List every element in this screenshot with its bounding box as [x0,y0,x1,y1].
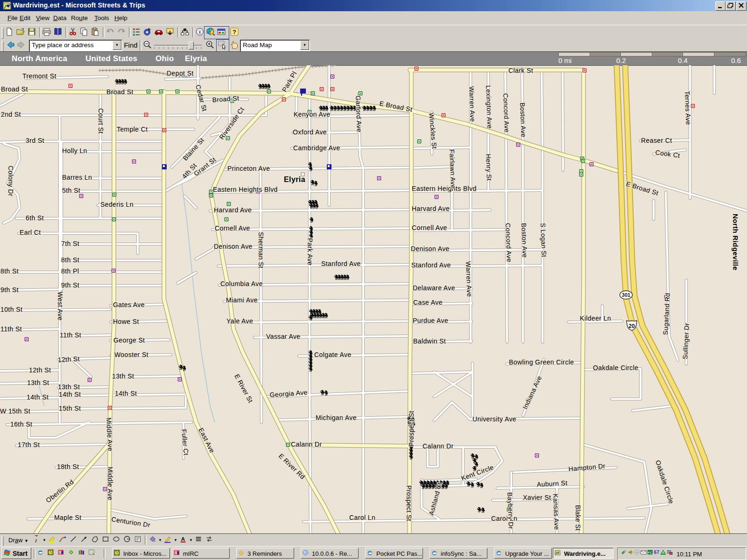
svg-text:?: ? [233,28,236,35]
svg-text:17th St: 17th St [18,441,40,448]
svg-text:Stanford Ave: Stanford Ave [321,260,361,267]
svg-text:Temple Ct: Temple Ct [117,126,148,133]
svg-text:Henry St: Henry St [485,154,493,181]
svg-text:i: i [199,29,200,35]
svg-text:Cornell Ave: Cornell Ave [215,224,250,232]
svg-text:14th St: 14th St [59,391,81,398]
svg-text:Kenyon Ave: Kenyon Ave [294,111,330,118]
svg-text:301: 301 [622,292,630,298]
svg-text:Calann Dr: Calann Dr [291,441,322,448]
svg-text:Kansas Ave: Kansas Ave [552,494,561,530]
svg-text:Maple St: Maple St [54,514,81,521]
svg-text:Vassar Ave: Vassar Ave [266,333,301,340]
svg-text:2nd St: 2nd St [1,111,21,118]
svg-text:6th St: 6th St [26,214,44,222]
svg-text:Depot St: Depot St [167,70,194,77]
svg-text:Denison Ave: Denison Ave [411,245,450,252]
svg-text:67: 67 [654,550,660,555]
svg-text:12th St: 12th St [57,355,80,364]
svg-text:Harvard Ave: Harvard Ave [412,205,450,212]
svg-text:14th St: 14th St [115,390,137,397]
svg-text:Princeton Ave: Princeton Ave [227,165,270,172]
svg-text:8th Pl: 8th Pl [61,267,79,275]
svg-text:Oakdale Circle: Oakdale Circle [593,364,638,371]
svg-text:Wooster St: Wooster St [114,351,148,358]
svg-text:Blake St: Blake St [574,505,582,531]
svg-text:Prospect St: Prospect St [405,485,413,521]
svg-text:10th St: 10th St [0,306,22,313]
svg-text:Delaware Ave: Delaware Ave [413,284,455,292]
svg-text:7th St: 7th St [61,240,79,247]
svg-text:Clark St: Clark St [508,67,533,74]
svg-text:Broad St: Broad St [1,85,28,93]
svg-text:Ternes Ave: Ternes Ave [684,91,692,126]
svg-text:3rd St: 3rd St [26,137,44,144]
svg-text:Reaser Ct: Reaser Ct [641,137,672,144]
svg-text:George St: George St [113,336,145,344]
svg-text:Boston Ave: Boston Ave [519,103,528,138]
svg-text:Stanford Ave: Stanford Ave [411,261,451,269]
svg-text:Carol Ln: Carol Ln [349,514,375,521]
svg-text:13th St: 13th St [112,372,134,380]
svg-text:Warren Ave: Warren Ave [465,261,473,297]
svg-text:W 15th St: W 15th St [0,407,30,415]
svg-text:13th St: 13th St [58,383,80,391]
svg-text:8th St: 8th St [61,256,79,264]
svg-text:16th St: 16th St [10,420,32,428]
svg-text:Colgate Ave: Colgate Ave [314,351,352,358]
svg-text:Eastern Heights Blvd: Eastern Heights Blvd [412,185,477,192]
svg-text:Yale Ave: Yale Ave [226,317,253,325]
svg-text:Holly Ln: Holly Ln [62,147,87,154]
svg-text:Miami Ave: Miami Ave [226,296,258,304]
svg-text:Elyria: Elyria [284,175,305,183]
svg-text:Concord Ave: Concord Ave [504,223,513,263]
svg-text:Tremont St: Tremont St [22,72,56,80]
svg-text:13th St: 13th St [27,379,49,386]
svg-text:Earl Ct: Earl Ct [20,229,41,236]
svg-text:5th St: 5th St [62,187,80,194]
svg-text:Broad St: Broad St [106,88,134,96]
svg-text:11th St: 11th St [0,325,22,333]
svg-text:Calann Dr: Calann Dr [423,442,454,450]
svg-text:Eastern Heights Blvd: Eastern Heights Blvd [213,186,278,193]
svg-text:North Ridgeville: North Ridgeville [732,214,740,270]
svg-text:Gates Ave: Gates Ave [113,301,145,308]
svg-text:Court St: Court St [97,108,105,134]
svg-text:Barres Ln: Barres Ln [62,174,92,181]
svg-text:Howe St: Howe St [113,318,139,325]
svg-text:Sederis Ln: Sederis Ln [100,201,134,208]
svg-text:Lexington Ave: Lexington Ave [485,85,493,129]
svg-text:15th St: 15th St [59,405,81,412]
svg-text:PC: PC [648,551,652,555]
svg-text:8th St: 8th St [0,267,19,275]
svg-text:Purdue Ave: Purdue Ave [413,317,448,324]
svg-text:S Logan St: S Logan St [539,223,548,258]
svg-text:Harvard Ave: Harvard Ave [214,206,252,214]
svg-text:Oxford Ave: Oxford Ave [293,128,327,136]
svg-text:9th St: 9th St [61,281,79,289]
svg-text:Boston Ave: Boston Ave [520,223,529,258]
svg-text:Garford Ave: Garford Ave [354,96,363,133]
svg-text:18th St: 18th St [57,463,79,470]
svg-text:14th St: 14th St [27,393,49,401]
svg-text:12th St: 12th St [29,366,51,374]
svg-text:West Ave: West Ave [56,292,64,321]
svg-text:11th St: 11th St [60,331,81,339]
svg-text:9th St: 9th St [0,286,19,294]
svg-text:Prospect St: Prospect St [408,411,415,447]
svg-text:Baldwin St: Baldwin St [413,337,446,345]
svg-text:Fairlawn Ave: Fairlawn Ave [448,149,457,189]
svg-text:Colony Dr: Colony Dr [7,166,14,196]
svg-text:Case Ave: Case Ave [413,299,443,306]
svg-text:Denison Ave: Denison Ave [214,243,253,250]
svg-text:Warren Ave: Warren Ave [468,86,477,122]
svg-text:Kildeer Ln: Kildeer Ln [580,315,611,322]
svg-text:Park Ave: Park Ave [306,238,314,266]
svg-text:Cornell Ave: Cornell Ave [412,224,447,231]
svg-text:Bowling Green Circle: Bowling Green Circle [509,358,574,366]
svg-text:Sherman St: Sherman St [257,232,265,268]
svg-text:Michigan Ave: Michigan Ave [316,414,357,421]
svg-text:A: A [181,536,185,542]
svg-text:Concord Ave: Concord Ave [502,93,511,133]
svg-text:Middle Ave: Middle Ave [106,467,114,500]
